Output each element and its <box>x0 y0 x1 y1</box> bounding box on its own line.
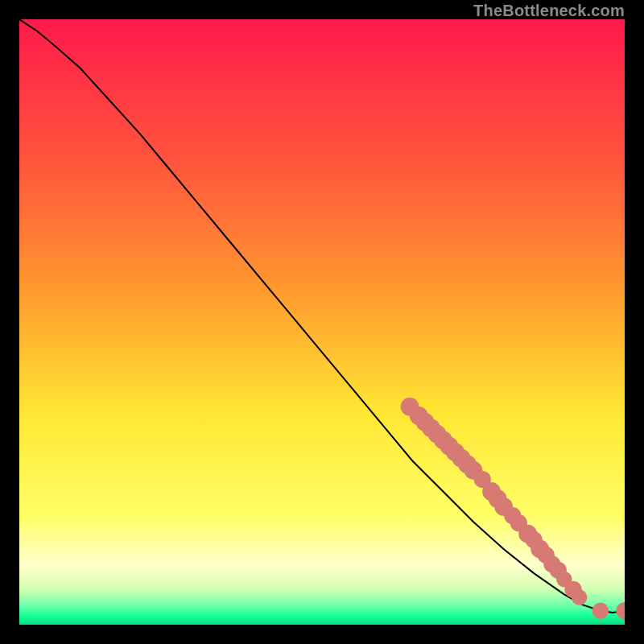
chart-svg <box>19 19 625 625</box>
chart-frame <box>19 19 625 625</box>
data-point <box>592 603 609 619</box>
data-point <box>572 589 588 605</box>
watermark-text: TheBottleneck.com <box>473 2 625 20</box>
